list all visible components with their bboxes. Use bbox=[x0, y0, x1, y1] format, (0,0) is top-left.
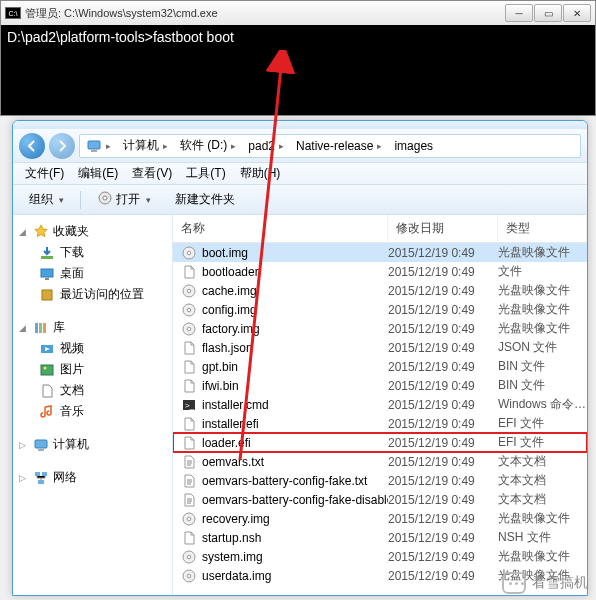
file-row[interactable]: bootloader2015/12/19 0:49文件 bbox=[173, 262, 587, 281]
recent-icon bbox=[39, 287, 55, 303]
menu-tools[interactable]: 工具(T) bbox=[180, 163, 231, 184]
file-row[interactable]: userdata.img2015/12/19 0:49光盘映像文件 bbox=[173, 566, 587, 585]
file-row[interactable]: ifwi.bin2015/12/19 0:49BIN 文件 bbox=[173, 376, 587, 395]
file-icon bbox=[181, 302, 197, 318]
svg-rect-10 bbox=[43, 323, 46, 333]
sidebar-item-downloads[interactable]: 下载 bbox=[13, 242, 172, 263]
svg-rect-17 bbox=[42, 472, 47, 476]
file-row[interactable]: installer.efi2015/12/19 0:49EFI 文件 bbox=[173, 414, 587, 433]
breadcrumb-segment[interactable]: 软件 (D:)▸ bbox=[174, 135, 242, 157]
file-type: EFI 文件 bbox=[498, 415, 587, 432]
file-row[interactable]: boot.img2015/12/19 0:49光盘映像文件 bbox=[173, 243, 587, 262]
breadcrumb-segment[interactable]: pad2▸ bbox=[242, 135, 290, 157]
file-row[interactable]: oemvars-battery-config-fake.txt2015/12/1… bbox=[173, 471, 587, 490]
svg-point-30 bbox=[187, 517, 191, 521]
disc-icon bbox=[97, 190, 113, 209]
file-name: startup.nsh bbox=[202, 531, 261, 545]
file-type: 光盘映像文件 bbox=[498, 301, 587, 318]
file-row[interactable]: config.img2015/12/19 0:49光盘映像文件 bbox=[173, 300, 587, 319]
window-controls: ─ ▭ ✕ bbox=[505, 4, 591, 22]
computer-icon bbox=[86, 138, 102, 154]
file-list[interactable]: 名称 修改日期 类型 boot.img2015/12/19 0:49光盘映像文件… bbox=[173, 215, 587, 595]
desktop-icon bbox=[39, 266, 55, 282]
file-type: 光盘映像文件 bbox=[498, 244, 587, 261]
video-icon bbox=[39, 341, 55, 357]
sidebar-item-documents[interactable]: 文档 bbox=[13, 380, 172, 401]
file-row[interactable]: loader.efi2015/12/19 0:49EFI 文件 bbox=[173, 433, 587, 452]
sidebar-item-recent[interactable]: 最近访问的位置 bbox=[13, 284, 172, 305]
back-button[interactable] bbox=[19, 133, 45, 159]
sidebar-favorites[interactable]: ◢ 收藏夹 bbox=[13, 221, 172, 242]
breadcrumb[interactable]: ▸ 计算机▸ 软件 (D:)▸ pad2▸ Native-release▸ im… bbox=[79, 134, 581, 158]
sidebar-computer[interactable]: ▷ 计算机 bbox=[13, 434, 172, 455]
file-row[interactable]: startup.nsh2015/12/19 0:49NSH 文件 bbox=[173, 528, 587, 547]
cmd-output[interactable]: D:\pad2\platform-tools>fastboot boot bbox=[1, 25, 595, 115]
column-date[interactable]: 修改日期 bbox=[388, 215, 498, 242]
file-type: 光盘映像文件 bbox=[498, 320, 587, 337]
breadcrumb-segment[interactable]: 计算机▸ bbox=[117, 135, 174, 157]
computer-icon bbox=[33, 437, 49, 453]
file-row[interactable]: cache.img2015/12/19 0:49光盘映像文件 bbox=[173, 281, 587, 300]
disclosure-icon: ◢ bbox=[19, 323, 29, 333]
svg-point-3 bbox=[103, 196, 107, 200]
file-date: 2015/12/19 0:49 bbox=[388, 341, 498, 355]
open-button[interactable]: 打开 bbox=[89, 187, 159, 212]
file-icon bbox=[181, 435, 197, 451]
chevron-right-icon: ▸ bbox=[106, 141, 111, 151]
file-date: 2015/12/19 0:49 bbox=[388, 303, 498, 317]
cmd-window: C:\ 管理员: C:\Windows\system32\cmd.exe ─ ▭… bbox=[0, 0, 596, 116]
column-type[interactable]: 类型 bbox=[498, 215, 587, 242]
breadcrumb-segment[interactable]: Native-release▸ bbox=[290, 135, 388, 157]
file-date: 2015/12/19 0:49 bbox=[388, 322, 498, 336]
file-row[interactable]: flash.json2015/12/19 0:49JSON 文件 bbox=[173, 338, 587, 357]
file-type: BIN 文件 bbox=[498, 377, 587, 394]
breadcrumb-root[interactable]: ▸ bbox=[80, 135, 117, 157]
svg-point-26 bbox=[187, 327, 191, 331]
new-folder-button[interactable]: 新建文件夹 bbox=[167, 188, 243, 211]
file-row[interactable]: oemvars-battery-config-fake-disable...20… bbox=[173, 490, 587, 509]
disclosure-icon: ▷ bbox=[19, 440, 29, 450]
minimize-button[interactable]: ─ bbox=[505, 4, 533, 22]
file-type: JSON 文件 bbox=[498, 339, 587, 356]
file-row[interactable]: gpt.bin2015/12/19 0:49BIN 文件 bbox=[173, 357, 587, 376]
svg-rect-15 bbox=[38, 449, 44, 451]
file-date: 2015/12/19 0:49 bbox=[388, 550, 498, 564]
svg-point-22 bbox=[187, 289, 191, 293]
sidebar-item-music[interactable]: 音乐 bbox=[13, 401, 172, 422]
file-date: 2015/12/19 0:49 bbox=[388, 493, 498, 507]
menu-help[interactable]: 帮助(H) bbox=[234, 163, 287, 184]
sidebar-item-desktop[interactable]: 桌面 bbox=[13, 263, 172, 284]
forward-button[interactable] bbox=[49, 133, 75, 159]
cmd-icon: C:\ bbox=[5, 7, 21, 19]
file-row[interactable]: factory.img2015/12/19 0:49光盘映像文件 bbox=[173, 319, 587, 338]
sidebar-network[interactable]: ▷ 网络 bbox=[13, 467, 172, 488]
close-button[interactable]: ✕ bbox=[563, 4, 591, 22]
file-row[interactable]: recovery.img2015/12/19 0:49光盘映像文件 bbox=[173, 509, 587, 528]
menu-view[interactable]: 查看(V) bbox=[126, 163, 178, 184]
download-icon bbox=[39, 245, 55, 261]
sidebar-item-videos[interactable]: 视频 bbox=[13, 338, 172, 359]
file-type: 文本文档 bbox=[498, 491, 587, 508]
file-row[interactable]: system.img2015/12/19 0:49光盘映像文件 bbox=[173, 547, 587, 566]
file-type: 光盘映像文件 bbox=[498, 510, 587, 527]
sidebar-item-pictures[interactable]: 图片 bbox=[13, 359, 172, 380]
breadcrumb-segment[interactable]: images bbox=[388, 135, 439, 157]
toolbar: 组织 打开 新建文件夹 bbox=[13, 185, 587, 215]
file-row[interactable]: oemvars.txt2015/12/19 0:49文本文档 bbox=[173, 452, 587, 471]
file-name: bootloader bbox=[202, 265, 259, 279]
file-row[interactable]: >_installer.cmd2015/12/19 0:49Windows 命令… bbox=[173, 395, 587, 414]
column-name[interactable]: 名称 bbox=[173, 215, 388, 242]
organize-button[interactable]: 组织 bbox=[21, 188, 72, 211]
cmd-titlebar[interactable]: C:\ 管理员: C:\Windows\system32\cmd.exe ─ ▭… bbox=[1, 1, 595, 25]
explorer-caption[interactable] bbox=[13, 121, 587, 129]
menu-edit[interactable]: 编辑(E) bbox=[72, 163, 124, 184]
menu-file[interactable]: 文件(F) bbox=[19, 163, 70, 184]
file-list-header: 名称 修改日期 类型 bbox=[173, 215, 587, 243]
music-icon bbox=[39, 404, 55, 420]
file-name: config.img bbox=[202, 303, 257, 317]
sidebar-libraries[interactable]: ◢ 库 bbox=[13, 317, 172, 338]
file-date: 2015/12/19 0:49 bbox=[388, 474, 498, 488]
file-icon bbox=[181, 530, 197, 546]
maximize-button[interactable]: ▭ bbox=[534, 4, 562, 22]
file-date: 2015/12/19 0:49 bbox=[388, 455, 498, 469]
